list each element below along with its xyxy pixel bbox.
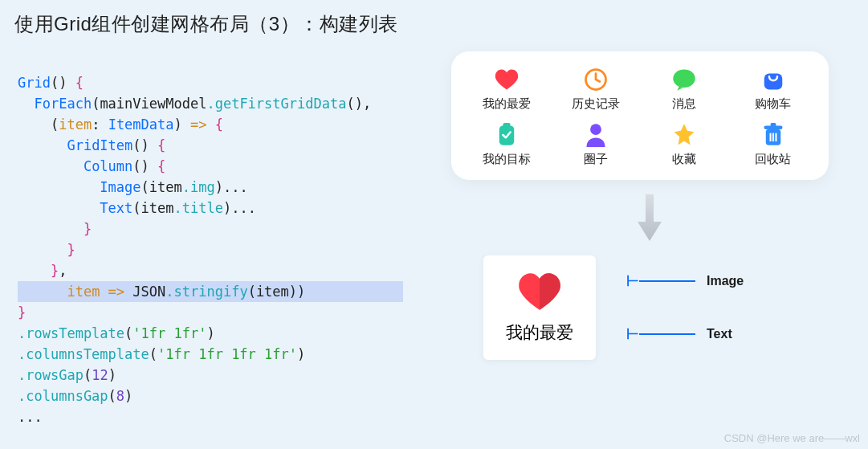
method: .rowsTemplate xyxy=(18,325,124,341)
heart-icon xyxy=(495,67,519,92)
tile-label: 我的目标 xyxy=(483,152,531,167)
method: .columnsTemplate xyxy=(18,346,149,362)
brace: { xyxy=(157,137,165,153)
type: ItemData xyxy=(108,116,174,133)
brace: { xyxy=(75,75,84,91)
code-txt: ( xyxy=(84,367,92,383)
tile-label: 消息 xyxy=(672,96,696,112)
code-txt: ( xyxy=(149,346,157,362)
arrow: => xyxy=(100,284,132,300)
label-image-line: ⊢ Image xyxy=(626,272,744,290)
grid-card: 我的最爱历史记录消息购物车我的目标圈子收藏回收站 xyxy=(451,51,829,180)
string: '1fr 1fr 1fr 1fr' xyxy=(157,346,297,362)
code-txt: ( xyxy=(51,116,59,133)
grid-tile[interactable]: 我的目标 xyxy=(466,123,548,167)
page-title: 使用Grid组件创建网格布局（3）：构建列表 xyxy=(0,0,868,43)
grid-tile[interactable]: 历史记录 xyxy=(555,67,638,112)
comma: , xyxy=(59,263,67,279)
kw-image: Image xyxy=(100,179,141,195)
heart-icon xyxy=(517,271,562,312)
svg-point-1 xyxy=(674,70,696,88)
code-block: Grid() { ForEach(mainViewModel.getFirstG… xyxy=(18,51,403,448)
code-txt: : xyxy=(92,116,108,133)
code-txt: ) xyxy=(206,325,214,341)
grid-tile[interactable]: 圈子 xyxy=(555,123,638,167)
param: item xyxy=(59,116,92,133)
code-txt: (mainViewModel xyxy=(92,96,206,112)
code-txt: ) xyxy=(174,116,190,133)
brace: } xyxy=(18,304,26,320)
arrow-down-icon xyxy=(636,194,663,243)
grid-tile[interactable]: 购物车 xyxy=(732,67,815,112)
chat-icon xyxy=(672,67,696,92)
person-icon xyxy=(584,123,608,147)
svg-rect-4 xyxy=(503,123,511,128)
brace: } xyxy=(67,242,75,258)
code-txt: (), xyxy=(346,96,371,112)
code-txt: (item)) xyxy=(248,284,306,300)
label-text-line: ⊢ Text xyxy=(626,325,744,343)
brace: { xyxy=(157,158,165,174)
code-txt: ) xyxy=(124,388,132,404)
tile-label: 收藏 xyxy=(672,152,696,167)
tile-label: 我的最爱 xyxy=(483,96,531,112)
trash-icon xyxy=(761,123,785,147)
number: 8 xyxy=(116,388,124,404)
label-text: Text xyxy=(707,327,732,341)
preview-pane: 我的最爱历史记录消息购物车我的目标圈子收藏回收站 我的最爱 xyxy=(403,51,860,448)
brace: { xyxy=(215,116,223,133)
brace: } xyxy=(51,263,59,279)
ellipsis: ... xyxy=(18,409,43,425)
string: '1fr 1fr' xyxy=(132,325,206,341)
tile-label: 历史记录 xyxy=(572,96,620,112)
code-txt: ( xyxy=(124,325,132,341)
svg-rect-8 xyxy=(770,123,776,127)
code-txt: () xyxy=(132,137,157,153)
highlighted-line: item => JSON.stringify(item)) xyxy=(18,281,403,302)
brace: } xyxy=(84,221,92,237)
tile-label: 购物车 xyxy=(755,96,791,112)
kw-column: Column xyxy=(84,158,132,174)
code-txt: ) xyxy=(223,200,231,216)
method: .rowsGap xyxy=(18,367,84,383)
prop: .title xyxy=(174,200,223,216)
grid-tile[interactable]: 消息 xyxy=(643,67,726,112)
kw-griditem: GridItem xyxy=(67,137,132,153)
tick-icon: ⊢ xyxy=(626,325,639,343)
kw-grid: Grid xyxy=(18,75,51,91)
method: .stringify xyxy=(165,284,247,300)
code-txt: ( xyxy=(108,388,116,404)
detail-card: 我的最爱 xyxy=(483,255,596,360)
code-txt: ) xyxy=(215,179,223,195)
content-row: Grid() { ForEach(mainViewModel.getFirstG… xyxy=(0,43,868,448)
grid-tile[interactable]: 回收站 xyxy=(732,123,815,167)
tile-label: 回收站 xyxy=(755,152,791,167)
detail-row: 我的最爱 ⊢ Image ⊢ Text xyxy=(483,255,860,360)
code-txt: ) xyxy=(297,346,305,362)
ellipsis: ... xyxy=(231,200,256,216)
grid-tile[interactable]: 我的最爱 xyxy=(466,67,548,112)
code-txt: (item xyxy=(132,200,173,216)
connector-line xyxy=(639,333,695,335)
code-txt: () xyxy=(132,158,157,174)
kw-text: Text xyxy=(100,200,132,216)
svg-point-5 xyxy=(590,124,601,135)
watermark: CSDN @Here we are——wxl xyxy=(724,432,860,444)
number: 12 xyxy=(92,367,108,383)
detail-labels: ⊢ Image ⊢ Text xyxy=(626,272,744,343)
detail-text: 我的最爱 xyxy=(506,321,573,344)
tick-icon: ⊢ xyxy=(626,272,639,290)
grid-tile[interactable]: 收藏 xyxy=(643,123,726,167)
code-txt: (item xyxy=(141,179,182,195)
code-txt: () xyxy=(51,75,75,91)
bag-icon xyxy=(761,67,785,92)
ellipsis: ... xyxy=(223,179,248,195)
grid-8: 我的最爱历史记录消息购物车我的目标圈子收藏回收站 xyxy=(466,67,814,167)
label-image: Image xyxy=(707,274,744,288)
param: item xyxy=(67,284,100,300)
tile-label: 圈子 xyxy=(584,152,608,167)
star-icon xyxy=(672,123,696,147)
code-txt: JSON xyxy=(132,284,165,300)
arrow: => xyxy=(190,116,206,133)
kw-foreach: ForEach xyxy=(34,96,92,112)
